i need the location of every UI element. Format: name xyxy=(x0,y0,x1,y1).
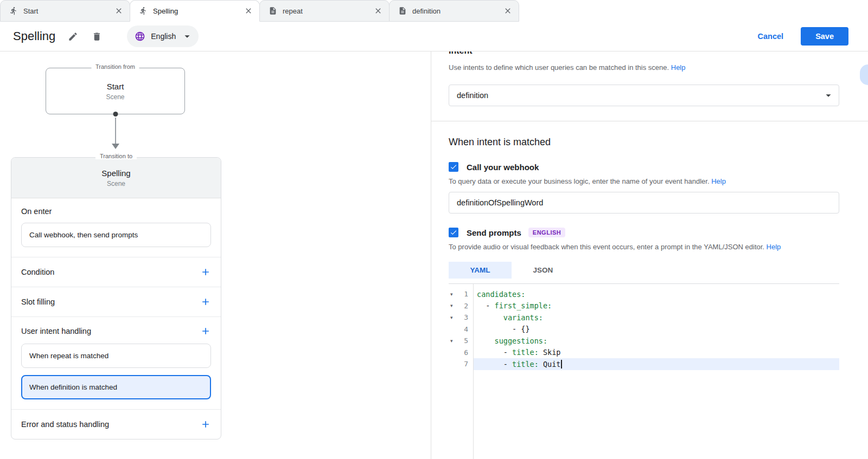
close-icon[interactable] xyxy=(114,7,123,15)
code-key: variants: xyxy=(503,313,543,322)
prompts-checkbox[interactable] xyxy=(449,228,458,237)
matched-heading: When intent is matched xyxy=(449,137,839,148)
on-enter-title: On enter xyxy=(21,207,211,216)
gutter-row: ▾3 xyxy=(449,312,473,324)
code-line[interactable]: variants: xyxy=(474,312,839,324)
on-enter-handler[interactable]: Call webhook, then send prompts xyxy=(21,223,211,247)
code-key: candidates: xyxy=(477,290,525,299)
tab-label: repeat xyxy=(283,7,368,15)
chevron-down-icon xyxy=(822,89,834,101)
webhook-label: Call your webhook xyxy=(467,163,539,172)
tab-json[interactable]: JSON xyxy=(512,262,575,279)
connector-dot xyxy=(113,112,118,117)
tab-label: definition xyxy=(412,7,498,15)
intent-edit-panel: Intent Use intents to define which user … xyxy=(431,51,868,459)
connector-line xyxy=(115,118,116,144)
editor-gutter: ▾1 ▾2 ▾3 4 ▾5 6 7 xyxy=(449,284,474,459)
body: Transition from Start Scene Transition t… xyxy=(0,51,868,459)
code-line-active[interactable]: - title: Quit xyxy=(474,358,839,370)
line-number: 2 xyxy=(457,302,473,310)
tab-start[interactable]: Start xyxy=(0,0,130,22)
tab-label: Start xyxy=(23,7,109,15)
editor-format-tabs: YAML JSON xyxy=(449,262,839,279)
line-number: 5 xyxy=(457,337,473,345)
trash-icon xyxy=(92,31,102,42)
tab-spelling[interactable]: Spelling xyxy=(130,0,260,22)
scrollbar-thumb[interactable] xyxy=(860,64,868,85)
code-text xyxy=(477,337,495,345)
webhook-check-row: Call your webhook xyxy=(449,162,839,172)
editor-code-area[interactable]: candidates: - first_simple: variants: - … xyxy=(474,284,839,459)
close-icon[interactable] xyxy=(374,7,382,15)
gutter-row: ▾5 xyxy=(449,335,473,347)
intent-heading: Intent xyxy=(449,51,839,56)
section-divider xyxy=(431,121,868,121)
gutter-row: 6 xyxy=(449,347,473,359)
gutter-row: 4 xyxy=(449,324,473,335)
intent-doc-icon xyxy=(398,7,407,15)
code-line[interactable]: - {} xyxy=(474,324,839,335)
transition-from-scene[interactable]: Transition from Start Scene xyxy=(46,68,185,114)
code-line[interactable]: suggestions: xyxy=(474,335,839,347)
close-icon[interactable] xyxy=(244,7,253,15)
code-text: Quit xyxy=(539,360,561,369)
code-line[interactable]: - first_simple: xyxy=(474,300,839,312)
add-condition-icon[interactable] xyxy=(200,267,211,277)
scene-diagram-panel: Transition from Start Scene Transition t… xyxy=(0,51,431,459)
help-link[interactable]: Help xyxy=(671,63,686,72)
condition-title: Condition xyxy=(21,268,54,276)
add-error-handler-icon[interactable] xyxy=(200,419,211,430)
from-scene-name: Start xyxy=(107,82,124,91)
app-window: Start Spelling repeat definition Spellin… xyxy=(0,0,868,459)
cancel-button[interactable]: Cancel xyxy=(758,32,784,41)
line-number: 1 xyxy=(457,290,473,298)
help-link[interactable]: Help xyxy=(711,177,726,185)
tab-repeat[interactable]: repeat xyxy=(259,0,390,22)
help-link[interactable]: Help xyxy=(767,243,781,251)
code-key: title: xyxy=(512,360,539,369)
fold-icon[interactable]: ▾ xyxy=(449,303,457,308)
edit-button[interactable] xyxy=(66,30,79,43)
language-selector[interactable]: English xyxy=(127,25,199,47)
scene-run-icon xyxy=(139,7,148,15)
delete-button[interactable] xyxy=(90,30,103,43)
gutter-row: ▾1 xyxy=(449,288,473,300)
intent-handler-repeat[interactable]: When repeat is matched xyxy=(21,344,211,368)
intent-description-text: Use intents to define which user queries… xyxy=(449,63,669,72)
save-button[interactable]: Save xyxy=(801,27,848,46)
intent-handler-definition[interactable]: When definition is matched xyxy=(21,375,211,399)
on-enter-section: On enter Call webhook, then send prompts xyxy=(11,198,221,257)
to-scene-header[interactable]: Spelling Scene xyxy=(11,158,221,198)
prompts-label: Send prompts xyxy=(467,228,521,237)
tab-yaml[interactable]: YAML xyxy=(449,262,512,279)
connector-arrowhead xyxy=(112,144,119,149)
code-line[interactable]: - title: Skip xyxy=(474,347,839,359)
intent-select[interactable]: definition xyxy=(449,85,839,106)
yaml-editor[interactable]: ▾1 ▾2 ▾3 4 ▾5 6 7 candidates: - first_si… xyxy=(449,283,839,459)
code-line[interactable]: candidates: xyxy=(474,288,839,300)
tab-definition[interactable]: definition xyxy=(389,0,519,22)
to-scene-name: Spelling xyxy=(101,169,130,178)
code-text: Skip xyxy=(539,348,561,357)
chevron-down-icon xyxy=(181,30,193,42)
code-key: title: xyxy=(512,348,539,357)
error-handling-title: Error and status handling xyxy=(21,420,109,429)
line-number: 6 xyxy=(457,348,473,357)
from-scene-type: Scene xyxy=(106,93,124,101)
transition-to-label: Transition to xyxy=(95,153,137,159)
close-icon[interactable] xyxy=(503,7,512,15)
fold-icon[interactable]: ▾ xyxy=(449,338,457,344)
webhook-checkbox[interactable] xyxy=(449,162,458,172)
fold-icon[interactable]: ▾ xyxy=(449,315,457,320)
add-intent-icon[interactable] xyxy=(200,326,211,337)
code-text: - {} xyxy=(477,325,530,333)
add-slot-icon[interactable] xyxy=(200,296,211,307)
language-label: English xyxy=(151,32,176,41)
webhook-description-text: To query data or execute your business l… xyxy=(449,177,710,185)
text-cursor xyxy=(561,360,562,369)
tab-strip: Start Spelling repeat definition xyxy=(0,0,868,22)
webhook-handler-input[interactable] xyxy=(449,192,839,214)
fold-icon[interactable]: ▾ xyxy=(449,292,457,297)
error-handling-row: Error and status handling xyxy=(11,410,221,439)
user-intent-title-row: User intent handling xyxy=(21,326,211,337)
